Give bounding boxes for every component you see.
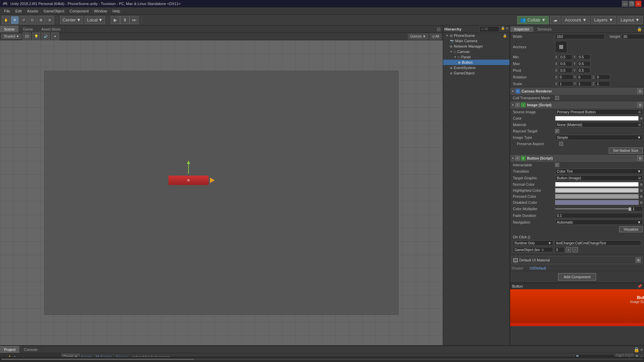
hierarchy-item-phonescene[interactable]: ▼ ⊞ PhoneScene 🔒 — [443, 33, 509, 38]
hierarchy-item-network-manager[interactable]: ⊕ Network Manager — [443, 44, 509, 49]
red-button-widget[interactable]: ✕ — [168, 176, 209, 185]
services-tab[interactable]: Services — [533, 26, 555, 32]
preview-pin-icon[interactable]: 📌 — [637, 284, 642, 289]
menu-component[interactable]: Component — [67, 8, 91, 14]
close-button[interactable]: ✕ — [635, 1, 641, 7]
target-graphic-select-icon[interactable]: ◎ — [638, 176, 641, 180]
pressed-color-select-icon[interactable]: ◎ — [640, 195, 643, 198]
tab-scene[interactable]: Scene — [0, 25, 19, 33]
center-button[interactable]: Center ▼ — [60, 16, 83, 24]
pause-button[interactable]: ⏸ — [120, 16, 129, 24]
highlighted-color-select-icon[interactable]: ◎ — [640, 189, 643, 192]
layout-button[interactable]: Layout ▼ — [618, 16, 643, 24]
fx-button[interactable]: ✦ — [51, 33, 59, 41]
menu-help[interactable]: Help — [110, 8, 123, 14]
pressed-color-swatch[interactable] — [555, 194, 639, 199]
source-image-field[interactable]: Primary Pressed Button ◎ — [555, 109, 643, 115]
remove-onclick-button[interactable]: − — [573, 247, 578, 252]
menu-assets[interactable]: Assets — [24, 8, 41, 14]
height-input[interactable] — [622, 34, 644, 39]
inspector-tab[interactable]: Inspector — [510, 26, 533, 32]
scene-panel-close[interactable]: ⊟ — [435, 26, 443, 32]
fade-duration-input[interactable] — [555, 213, 643, 218]
normal-color-select-icon[interactable]: ◎ — [640, 183, 643, 186]
rot-y-input[interactable] — [577, 74, 592, 80]
tab-game[interactable]: Game — [19, 25, 37, 33]
button-enabled-checkbox[interactable] — [516, 156, 520, 160]
image-type-dropdown[interactable]: Simple ▼ — [555, 135, 643, 140]
anchor-max-x-input[interactable] — [559, 61, 572, 66]
tool-custom[interactable]: ⊕ — [46, 16, 54, 24]
normal-color-swatch[interactable] — [555, 182, 639, 187]
gizmos-button[interactable]: Gizmos ▼ — [408, 34, 428, 40]
button-script-header[interactable]: ▼ B Button (Script) ⚙ — [510, 155, 644, 162]
tool-scale[interactable]: ⊡ — [28, 16, 36, 24]
width-input[interactable] — [555, 34, 605, 39]
step-button[interactable]: ⏭ — [129, 16, 139, 24]
image-color-swatch[interactable] — [555, 116, 639, 121]
hierarchy-item-main-camera[interactable]: 📷 Main Camera — [443, 38, 509, 44]
scale-z-input[interactable] — [595, 81, 610, 86]
gameobj-num-input[interactable] — [554, 247, 565, 252]
hierarchy-item-panel[interactable]: ▼ □ Panel — [443, 54, 509, 60]
menu-window[interactable]: Window — [91, 8, 110, 14]
tool-rotate[interactable]: ↺ — [19, 16, 28, 24]
tab-console[interactable]: Console — [20, 346, 42, 353]
lighting-button[interactable]: 💡 — [32, 33, 40, 41]
rot-x-input[interactable] — [558, 74, 573, 80]
default-ui-settings-icon[interactable]: ⚙ — [636, 257, 641, 263]
scale-x-input[interactable] — [558, 81, 573, 86]
tool-move[interactable]: ✥ — [11, 16, 19, 24]
account-button[interactable]: Account ▼ — [562, 16, 590, 24]
color-multiplier-input[interactable] — [631, 206, 643, 212]
add-component-button[interactable]: Add Component — [558, 273, 596, 281]
button-script-settings-icon[interactable]: ⚙ — [637, 156, 643, 161]
highlighted-color-swatch[interactable] — [555, 188, 639, 193]
anchor-min-y-input[interactable] — [577, 54, 590, 60]
hierarchy-item-canvas[interactable]: ▼ □ Canvas — [443, 49, 509, 54]
canvas-renderer-header[interactable]: ▼ C Canvas Renderer ⚙ — [510, 87, 644, 95]
native-size-button[interactable]: Set Native Size — [609, 147, 643, 154]
interactable-checkbox[interactable] — [555, 163, 559, 167]
image-enabled-checkbox[interactable] — [516, 103, 520, 107]
transition-dropdown[interactable]: Color Tint ▼ — [555, 169, 643, 174]
menu-edit[interactable]: Edit — [13, 8, 24, 14]
anchor-max-y-input[interactable] — [577, 61, 590, 66]
raycast-checkbox[interactable] — [555, 129, 559, 133]
preserve-aspect-checkbox[interactable] — [559, 142, 563, 146]
func-field[interactable] — [554, 240, 641, 246]
project-lock-icon[interactable]: 🔒 — [634, 347, 639, 352]
tab-asset-store[interactable]: Asset Store — [37, 25, 65, 33]
all-button[interactable]: ⊙ All — [430, 34, 441, 40]
color-multiplier-handle[interactable] — [629, 207, 631, 211]
target-graphic-field[interactable]: Button (Image) ◎ — [555, 175, 643, 181]
disabled-color-select-icon[interactable]: ◎ — [640, 201, 643, 204]
local-button[interactable]: Local ▼ — [85, 16, 105, 24]
shading-dropdown[interactable]: Shaded ▼ — [1, 34, 21, 39]
image-script-settings-icon[interactable]: ⚙ — [637, 102, 643, 108]
add-onclick-button[interactable]: + — [566, 247, 571, 252]
pivot-y-input[interactable] — [577, 68, 590, 73]
canvas-renderer-settings-icon[interactable]: ⚙ — [637, 88, 643, 94]
play-button[interactable]: ▶ — [111, 16, 120, 24]
cull-checkbox[interactable] — [555, 96, 559, 100]
visualize-button[interactable]: Visualize — [619, 226, 643, 232]
pivot-x-input[interactable] — [559, 68, 572, 73]
tab-project[interactable]: Project — [0, 346, 20, 353]
rot-z-input[interactable] — [595, 74, 610, 80]
button-scene-object[interactable]: ✕ — [168, 176, 215, 185]
tool-rect[interactable]: ⊞ — [37, 16, 45, 24]
cloud-button[interactable]: ☁ — [550, 16, 560, 24]
audio-button[interactable]: 🔊 — [42, 33, 50, 41]
hierarchy-lock-icon[interactable]: 🔒 — [501, 26, 505, 32]
gameobj-field[interactable]: GameObject (tex ◎ — [513, 247, 553, 252]
hierarchy-item-eventsystem[interactable]: ⊕ EventSystem — [443, 65, 509, 70]
hierarchy-search[interactable] — [479, 26, 499, 32]
hierarchy-item-gameobject[interactable]: ⊕ GameObject — [443, 70, 509, 76]
collab-button[interactable]: 👥 Collab ▼ — [517, 16, 549, 24]
tool-hand[interactable]: ✋ — [2, 16, 10, 24]
maximize-button[interactable]: ❐ — [629, 1, 635, 7]
project-more-icon[interactable]: ≡ — [641, 348, 643, 352]
hierarchy-more-icon[interactable]: ≡ — [506, 26, 508, 32]
minimize-button[interactable]: — — [622, 1, 628, 7]
